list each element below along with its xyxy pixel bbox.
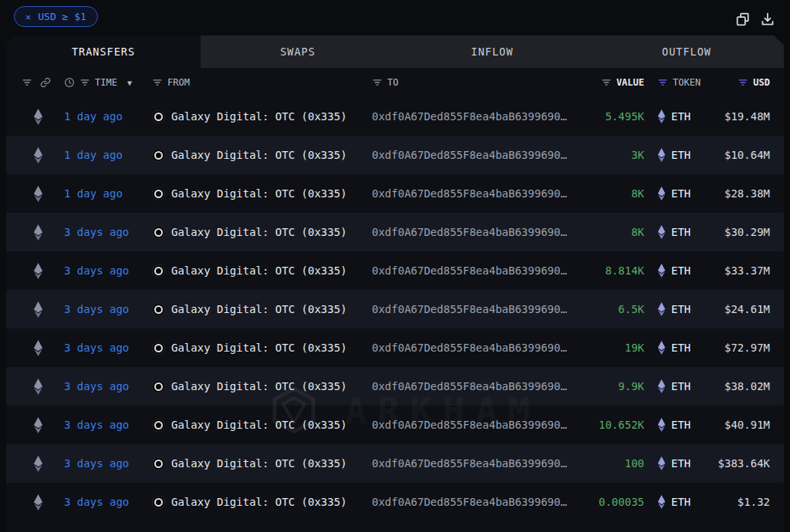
to-address-link[interactable]: 0xdf0A67Ded855F8ea4baB6399690… <box>357 457 567 470</box>
to-address-link[interactable]: 0xdf0A67Ded855F8ea4baB6399690… <box>357 149 567 161</box>
to-address-link[interactable]: 0xdf0A67Ded855F8ea4baB6399690… <box>357 226 567 238</box>
usd-filter-chip[interactable]: ✕ USD ≥ $1 <box>14 6 98 27</box>
chevron-down-icon[interactable]: ▼ <box>127 79 132 87</box>
from-entity-link[interactable]: Galaxy Digital: OTC (0x335) <box>171 110 347 123</box>
column-header-token[interactable]: TOKEN <box>673 77 701 88</box>
transfer-time-link[interactable]: 1 day ago <box>54 187 137 200</box>
table-row[interactable]: 3 days ago Galaxy Digital: OTC (0x335) 0… <box>6 406 784 444</box>
galaxy-digital-icon <box>152 380 165 393</box>
table-row[interactable]: 1 day ago Galaxy Digital: OTC (0x335) 0x… <box>6 136 784 174</box>
from-entity-link[interactable]: Galaxy Digital: OTC (0x335) <box>171 419 347 431</box>
value-amount: 19K <box>567 342 644 354</box>
to-address-link[interactable]: 0xdf0A67Ded855F8ea4baB6399690… <box>357 496 567 508</box>
filter-icon-active[interactable] <box>738 77 748 88</box>
download-icon[interactable] <box>760 12 775 26</box>
from-entity-link[interactable]: Galaxy Digital: OTC (0x335) <box>171 380 347 392</box>
column-header-time[interactable]: TIME <box>95 77 117 88</box>
tab-transfers[interactable]: TRANSFERS <box>6 35 201 68</box>
to-address-link[interactable]: 0xdf0A67Ded855F8ea4baB6399690… <box>357 342 567 354</box>
table-row[interactable]: 3 days ago Galaxy Digital: OTC (0x335) 0… <box>6 367 784 406</box>
transfer-time-link[interactable]: 3 days ago <box>54 342 137 354</box>
token-symbol: ETH <box>671 419 690 431</box>
usd-amount: $28.38M <box>702 187 784 200</box>
transfer-time-link[interactable]: 1 day ago <box>54 149 137 161</box>
transfer-time-link[interactable]: 3 days ago <box>54 264 137 277</box>
column-header-from[interactable]: FROM <box>167 77 190 88</box>
table-row[interactable]: 1 day ago Galaxy Digital: OTC (0x335) 0x… <box>6 97 784 136</box>
table-row[interactable]: 3 days ago Galaxy Digital: OTC (0x335) 0… <box>6 483 784 521</box>
tab-bar: TRANSFERSSWAPSINFLOWOUTFLOW <box>6 35 784 68</box>
tab-inflow[interactable]: INFLOW <box>395 35 589 68</box>
value-amount: 100 <box>567 457 644 470</box>
transfer-time-link[interactable]: 1 day ago <box>54 110 137 123</box>
chain-link-icon[interactable] <box>40 77 51 88</box>
eth-chain-icon <box>33 340 43 356</box>
to-address-link[interactable]: 0xdf0A67Ded855F8ea4baB6399690… <box>357 303 567 315</box>
to-address-link[interactable]: 0xdf0A67Ded855F8ea4baB6399690… <box>357 419 567 431</box>
table-row[interactable]: 3 days ago Galaxy Digital: OTC (0x335) 0… <box>6 290 784 328</box>
token-symbol: ETH <box>671 187 690 200</box>
transfer-time-link[interactable]: 3 days ago <box>54 303 137 315</box>
eth-token-icon <box>657 148 666 162</box>
filter-icon[interactable] <box>79 77 90 88</box>
column-header-to[interactable]: TO <box>387 77 398 88</box>
eth-chain-icon <box>33 379 43 395</box>
galaxy-digital-icon <box>152 187 165 200</box>
from-entity-link[interactable]: Galaxy Digital: OTC (0x335) <box>171 342 347 354</box>
transfer-time-link[interactable]: 3 days ago <box>54 380 137 392</box>
transfer-time-link[interactable]: 3 days ago <box>54 457 137 470</box>
galaxy-digital-icon <box>152 149 165 162</box>
clock-icon[interactable] <box>64 77 75 88</box>
from-entity-link[interactable]: Galaxy Digital: OTC (0x335) <box>171 303 347 315</box>
table-row[interactable]: 3 days ago Galaxy Digital: OTC (0x335) 0… <box>6 251 784 290</box>
token-symbol: ETH <box>671 342 690 354</box>
eth-token-icon <box>657 264 666 278</box>
value-amount: 5.495K <box>567 110 644 123</box>
column-header-value[interactable]: VALUE <box>616 77 644 88</box>
galaxy-digital-icon <box>152 264 165 278</box>
value-amount: 8.814K <box>567 264 644 277</box>
table-row[interactable]: 3 days ago Galaxy Digital: OTC (0x335) 0… <box>6 444 784 483</box>
tab-swaps[interactable]: SWAPS <box>201 35 395 68</box>
token-symbol: ETH <box>671 226 690 238</box>
table-row[interactable]: 3 days ago Galaxy Digital: OTC (0x335) 0… <box>6 213 784 251</box>
usd-amount: $383.64K <box>702 457 784 470</box>
eth-chain-icon <box>33 263 43 279</box>
usd-amount: $40.91M <box>702 419 784 431</box>
eth-token-icon <box>657 418 666 432</box>
from-entity-link[interactable]: Galaxy Digital: OTC (0x335) <box>171 149 347 161</box>
token-symbol: ETH <box>671 149 690 161</box>
from-entity-link[interactable]: Galaxy Digital: OTC (0x335) <box>171 187 347 200</box>
galaxy-digital-icon <box>152 419 165 432</box>
copy-icon[interactable] <box>735 12 750 26</box>
transfer-time-link[interactable]: 3 days ago <box>54 226 137 238</box>
table-row[interactable]: 1 day ago Galaxy Digital: OTC (0x335) 0x… <box>6 174 784 213</box>
eth-token-icon <box>657 495 666 509</box>
to-address-link[interactable]: 0xdf0A67Ded855F8ea4baB6399690… <box>357 110 567 123</box>
value-amount: 6.5K <box>567 303 644 315</box>
filter-icon[interactable] <box>601 77 612 88</box>
filter-icon[interactable] <box>22 77 32 88</box>
filter-icon[interactable] <box>372 77 383 88</box>
eth-token-icon <box>657 456 666 470</box>
filter-icon[interactable] <box>152 77 163 88</box>
transfer-time-link[interactable]: 3 days ago <box>54 419 137 431</box>
usd-amount: $10.64M <box>702 149 784 161</box>
filter-icon-active[interactable] <box>657 77 668 88</box>
top-bar: ✕ USD ≥ $1 <box>0 0 790 35</box>
column-header-usd[interactable]: USD <box>753 77 770 88</box>
from-entity-link[interactable]: Galaxy Digital: OTC (0x335) <box>171 457 347 470</box>
from-entity-link[interactable]: Galaxy Digital: OTC (0x335) <box>171 496 347 508</box>
usd-amount: $33.37M <box>702 264 784 277</box>
from-entity-link[interactable]: Galaxy Digital: OTC (0x335) <box>171 226 347 238</box>
transfer-time-link[interactable]: 3 days ago <box>54 496 137 508</box>
from-entity-link[interactable]: Galaxy Digital: OTC (0x335) <box>171 264 347 277</box>
tab-outflow[interactable]: OUTFLOW <box>589 35 784 68</box>
eth-chain-icon <box>33 301 43 318</box>
table-row[interactable]: 3 days ago Galaxy Digital: OTC (0x335) 0… <box>6 328 784 367</box>
to-address-link[interactable]: 0xdf0A67Ded855F8ea4baB6399690… <box>357 380 567 392</box>
to-address-link[interactable]: 0xdf0A67Ded855F8ea4baB6399690… <box>357 187 567 200</box>
to-address-link[interactable]: 0xdf0A67Ded855F8ea4baB6399690… <box>357 264 567 277</box>
close-icon[interactable]: ✕ <box>25 12 31 22</box>
galaxy-digital-icon <box>152 303 165 316</box>
